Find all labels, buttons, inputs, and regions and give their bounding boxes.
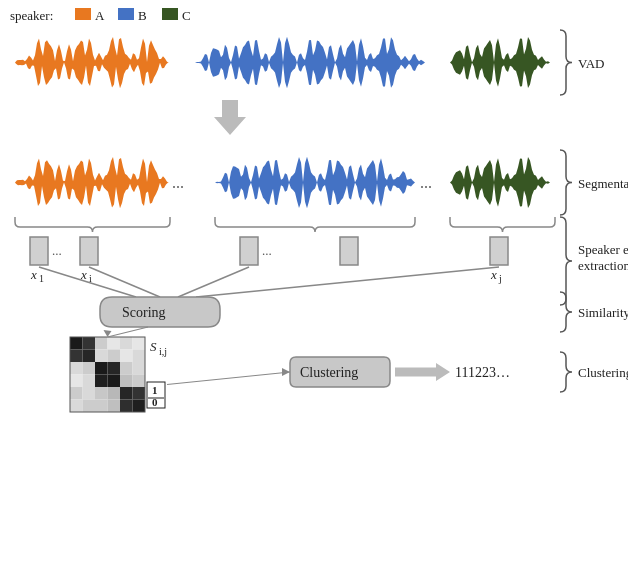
diagram xyxy=(0,0,628,578)
